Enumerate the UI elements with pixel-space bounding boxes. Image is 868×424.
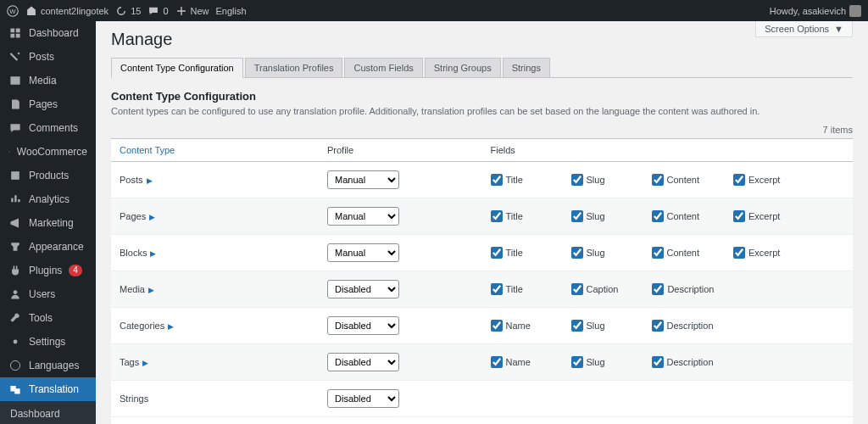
field-slug-check[interactable] <box>571 174 583 186</box>
field-slug-check[interactable] <box>571 356 583 368</box>
users-icon <box>8 287 22 301</box>
sidebar-item-pages[interactable]: Pages <box>0 92 96 116</box>
screen-options-toggle[interactable]: Screen Options▼ <box>755 21 853 37</box>
posts-icon <box>8 50 22 64</box>
site-link[interactable]: content2lingotek <box>25 5 108 17</box>
profile-select[interactable]: ManualDisabled <box>327 389 399 408</box>
field-title-check[interactable] <box>491 283 503 295</box>
sidebar-item-comments[interactable]: Comments <box>0 116 96 140</box>
expand-icon[interactable]: ▶ <box>168 322 174 331</box>
field-checkbox[interactable]: Title <box>491 247 537 259</box>
field-caption-check[interactable] <box>571 283 583 295</box>
field-label: Description <box>667 321 714 331</box>
expand-icon[interactable]: ▶ <box>150 249 156 258</box>
sidebar-item-languages[interactable]: Languages <box>0 354 96 377</box>
profile-select[interactable]: ManualDisabled <box>327 170 399 189</box>
sidebar-item-plugins[interactable]: Plugins4 <box>0 259 96 282</box>
field-checkbox[interactable]: Description <box>652 356 714 368</box>
field-description-check[interactable] <box>652 356 664 368</box>
profile-select[interactable]: ManualDisabled <box>327 316 399 335</box>
field-checkbox[interactable]: Content <box>652 247 700 259</box>
sidebar-item-posts[interactable]: Posts <box>0 45 96 69</box>
sidebar-item-settings[interactable]: Settings <box>0 330 96 354</box>
field-checkbox[interactable]: Excerpt <box>733 210 780 222</box>
field-title-check[interactable] <box>491 210 503 222</box>
field-label: Content <box>667 211 700 221</box>
tab-strings[interactable]: Strings <box>503 58 550 78</box>
field-content-check[interactable] <box>652 174 664 186</box>
content-type-name: Pages <box>120 211 146 221</box>
field-checkbox[interactable]: Excerpt <box>733 174 780 186</box>
sidebar-item-products[interactable]: Products <box>0 164 96 187</box>
field-label: Description <box>667 284 714 294</box>
field-checkbox[interactable]: Excerpt <box>733 247 780 259</box>
field-excerpt-check[interactable] <box>733 174 745 186</box>
field-content-check[interactable] <box>652 247 664 259</box>
field-checkbox[interactable]: Name <box>491 356 537 368</box>
field-checkbox[interactable]: Slug <box>571 247 618 259</box>
field-checkbox[interactable]: Title <box>491 174 537 186</box>
field-name-check[interactable] <box>491 320 503 332</box>
col-content-type[interactable]: Content Type <box>120 145 175 155</box>
sidebar-item-users[interactable]: Users <box>0 282 96 306</box>
field-checkbox[interactable]: Title <box>491 283 537 295</box>
field-label: Title <box>506 284 523 294</box>
profile-select[interactable]: ManualDisabled <box>327 280 399 298</box>
field-slug-check[interactable] <box>571 320 583 332</box>
field-checkbox[interactable]: Slug <box>571 320 618 332</box>
sidebar-item-marketing[interactable]: Marketing <box>0 211 96 235</box>
sidebar-item-media[interactable]: Media <box>0 69 96 92</box>
field-checkbox[interactable]: Description <box>652 283 714 295</box>
expand-icon[interactable]: ▶ <box>142 359 148 367</box>
expand-icon[interactable]: ▶ <box>148 286 154 294</box>
field-slug-check[interactable] <box>571 210 583 222</box>
field-checkbox[interactable]: Title <box>491 210 537 222</box>
field-name-check[interactable] <box>491 356 503 368</box>
profile-select[interactable]: ManualDisabled <box>327 243 399 262</box>
content-type-name: Blocks <box>120 248 147 258</box>
field-title-check[interactable] <box>491 174 503 186</box>
profile-select[interactable]: ManualDisabled <box>327 353 399 371</box>
svg-point-4 <box>10 360 19 370</box>
field-checkbox[interactable]: Name <box>491 320 537 332</box>
comments-count[interactable]: 0 <box>147 5 168 17</box>
tab-translation-profiles[interactable]: Translation Profiles <box>245 58 343 78</box>
tab-content-type-configuration[interactable]: Content Type Configuration <box>111 58 243 78</box>
tab-custom-fields[interactable]: Custom Fields <box>344 58 422 78</box>
sidebar-item-tools[interactable]: Tools <box>0 306 96 330</box>
field-checkbox[interactable]: Slug <box>571 174 618 186</box>
field-slug-check[interactable] <box>571 247 583 259</box>
sidebar-item-woocommerce[interactable]: WooCommerce <box>0 140 96 164</box>
field-checkbox[interactable]: Description <box>652 320 714 332</box>
field-checkbox[interactable]: Slug <box>571 356 618 368</box>
field-checkbox[interactable]: Content <box>652 174 700 186</box>
sidebar-item-label: Pages <box>29 98 58 110</box>
expand-icon[interactable]: ▶ <box>149 213 155 221</box>
wp-logo[interactable]: W <box>7 5 19 17</box>
submenu-dashboard[interactable]: Dashboard <box>0 404 96 423</box>
tab-string-groups[interactable]: String Groups <box>425 58 501 78</box>
sidebar-item-dashboard[interactable]: Dashboard <box>0 21 96 45</box>
field-excerpt-check[interactable] <box>733 210 745 222</box>
profile-select[interactable]: ManualDisabled <box>327 207 399 226</box>
sidebar-item-translation[interactable]: Translation <box>0 377 96 401</box>
field-excerpt-check[interactable] <box>733 247 745 259</box>
field-label: Name <box>506 357 531 367</box>
field-checkbox[interactable]: Caption <box>571 283 619 295</box>
svg-point-3 <box>14 340 18 344</box>
language-switch[interactable]: English <box>216 6 247 16</box>
sidebar-item-label: Marketing <box>29 217 74 229</box>
sidebar-item-analytics[interactable]: Analytics <box>0 187 96 211</box>
field-title-check[interactable] <box>491 247 503 259</box>
field-description-check[interactable] <box>652 320 664 332</box>
sidebar-item-appearance[interactable]: Appearance <box>0 235 96 259</box>
my-account[interactable]: Howdy, asakievich <box>770 5 861 17</box>
table-row: Posts▶ManualDisabledTitleSlugContentExce… <box>111 162 853 198</box>
new-content[interactable]: New <box>175 5 209 17</box>
field-checkbox[interactable]: Slug <box>571 210 618 222</box>
expand-icon[interactable]: ▶ <box>147 176 153 185</box>
field-description-check[interactable] <box>652 283 664 295</box>
updates[interactable]: 15 <box>115 5 141 17</box>
field-content-check[interactable] <box>652 210 664 222</box>
field-checkbox[interactable]: Content <box>652 210 700 222</box>
